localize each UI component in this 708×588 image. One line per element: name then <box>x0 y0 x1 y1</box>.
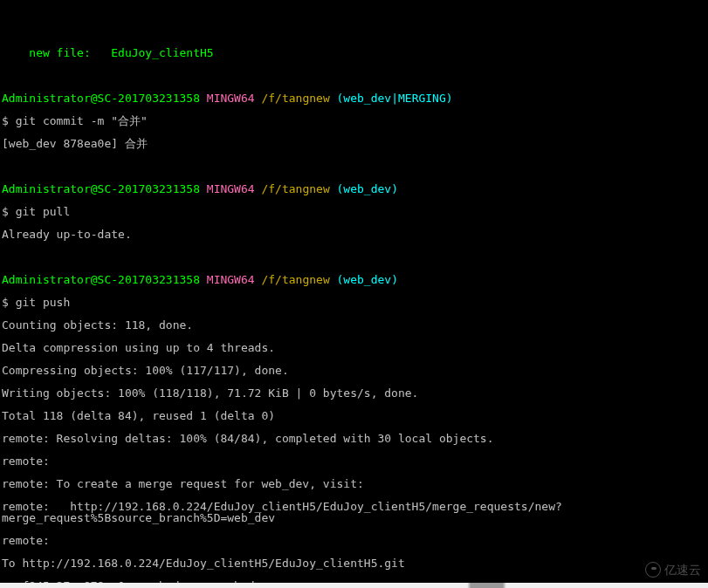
output-line: To http://192.168.0.224/EduJoy_clientH5/… <box>2 557 706 569</box>
watermark: 亿速云 <box>645 562 701 578</box>
blank-line <box>2 70 706 81</box>
output-line: remote: <box>2 535 706 546</box>
prompt-line: Administrator@SC-201703231358 MINGW64 /f… <box>2 183 706 195</box>
blank-line <box>2 161 706 172</box>
env-label: MINGW64 <box>207 92 255 105</box>
user-host: Administrator@SC-201703231358 <box>2 273 200 286</box>
cloud-icon <box>645 562 661 578</box>
branch-indicator: (web_dev) <box>337 273 398 286</box>
output-line: Compressing objects: 100% (117/117), don… <box>2 365 706 376</box>
output-line: [web_dev 878ea0e] 合并 <box>2 138 706 149</box>
path: f/tangnew <box>268 273 329 286</box>
command-line: $ git pull <box>2 206 706 217</box>
output-line: remote: Resolving deltas: 100% (84/84), … <box>2 433 706 444</box>
path: f/tangnew <box>268 182 329 195</box>
command-line: $ git commit -m "合并" <box>2 115 706 126</box>
output-line: remote: To create a merge request for we… <box>2 478 706 489</box>
command-line: $ git push <box>2 297 706 308</box>
prompt-line: Administrator@SC-201703231358 MINGW64 /f… <box>2 274 706 285</box>
user-host: Administrator@SC-201703231358 <box>2 92 200 105</box>
branch-indicator: (web_dev) <box>337 182 398 195</box>
env-label: MINGW64 <box>207 273 255 286</box>
path: f/tangnew <box>268 92 329 105</box>
terminal[interactable]: new file: EduJoy_clientH5 Administrator@… <box>2 47 706 588</box>
output-line: Writing objects: 100% (118/118), 71.72 K… <box>2 387 706 399</box>
output-line: Total 118 (delta 84), reused 1 (delta 0) <box>2 410 706 421</box>
prompt-line: Administrator@SC-201703231358 MINGW64 /f… <box>2 92 706 104</box>
output-line: Counting objects: 118, done. <box>2 319 706 331</box>
partial-output: new file: EduJoy_clientH5 <box>2 47 706 58</box>
scrollbar-bottom[interactable] <box>0 583 708 588</box>
output-line: Delta compression using up to 4 threads. <box>2 342 706 353</box>
output-line: remote: <box>2 455 706 467</box>
branch-indicator: (web_dev|MERGING) <box>337 92 453 105</box>
watermark-text: 亿速云 <box>664 564 701 576</box>
output-line: Already up-to-date. <box>2 229 706 240</box>
blank-line <box>2 251 706 263</box>
user-host: Administrator@SC-201703231358 <box>2 182 200 195</box>
env-label: MINGW64 <box>207 182 255 195</box>
output-line: remote: http://192.168.0.224/EduJoy_clie… <box>2 501 706 523</box>
